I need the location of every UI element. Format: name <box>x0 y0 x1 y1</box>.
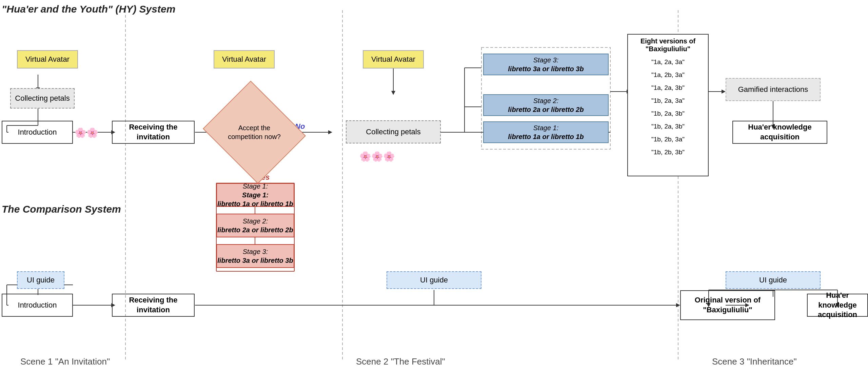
svg-marker-38 <box>722 90 726 94</box>
petals-1: 🌸🌸 <box>75 127 98 138</box>
svg-marker-16 <box>328 130 332 134</box>
ui-guide-1-box: UI guide <box>17 271 64 289</box>
virtual-avatar-2-box: Virtual Avatar <box>214 50 275 68</box>
hy-system-title: "Hua'er and the Youth" (HY) System <box>2 3 175 15</box>
svg-marker-28 <box>391 91 395 95</box>
stage2-yes-box: Stage 2: libretto 2a or libretto 2b <box>216 214 294 237</box>
scene2-label: Scene 2 "The Festival" <box>356 356 445 367</box>
gamified-interactions-box: Gamified interactions <box>726 78 821 101</box>
original-version-box: Original version of "Baxiguliuliu" <box>680 290 775 320</box>
stage1-blue-box: Stage 1: libretto 1a or libretto 1b <box>483 121 609 143</box>
huaer-knowledge-top-box: Hua'er knowledge acquisition <box>732 121 827 144</box>
stage2-blue-box: Stage 2: libretto 2a or libretto 2b <box>483 94 609 116</box>
accept-competition-diamond: Accept the competition now? <box>215 98 293 166</box>
diagram-container: No Yes <box>0 0 868 372</box>
collecting-petals-1-box: Collecting petals <box>10 88 75 109</box>
huaer-knowledge-bottom-box: Hua'er knowledge acquisition <box>807 294 868 317</box>
petals-2: 🌸🌸🌸 <box>359 151 395 162</box>
stage3-yes-box: Stage 3: libretto 3a or libretto 3b <box>216 244 294 268</box>
virtual-avatar-3-box: Virtual Avatar <box>363 50 424 68</box>
ui-guide-2-box: UI guide <box>387 271 481 289</box>
scene3-label: Scene 3 "Inheritance" <box>712 356 797 367</box>
virtual-avatar-1-box: Virtual Avatar <box>17 50 78 68</box>
collecting-petals-2-box: Collecting petals <box>346 120 441 143</box>
receiving-invitation-top-box: Receiving the invitation <box>112 121 195 144</box>
introduction-bottom-box: Introduction <box>2 294 73 317</box>
stage3-blue-box: Stage 3: libretto 3a or libretto 3b <box>483 54 609 75</box>
ui-guide-3-box: UI guide <box>726 271 821 289</box>
comparison-system-title: The Comparison System <box>2 203 121 215</box>
svg-marker-50 <box>676 303 680 307</box>
introduction-top-box: Introduction <box>2 121 73 144</box>
receiving-invitation-bottom-box: Receiving the invitation <box>112 294 195 317</box>
stage1-yes-box: Stage 1: Stage 1: libretto 1a or librett… <box>216 183 294 207</box>
eight-versions-box: Eight versions of"Baxiguliuliu" "1a, 2a,… <box>627 34 709 176</box>
scene1-label: Scene 1 "An Invitation" <box>20 356 110 367</box>
